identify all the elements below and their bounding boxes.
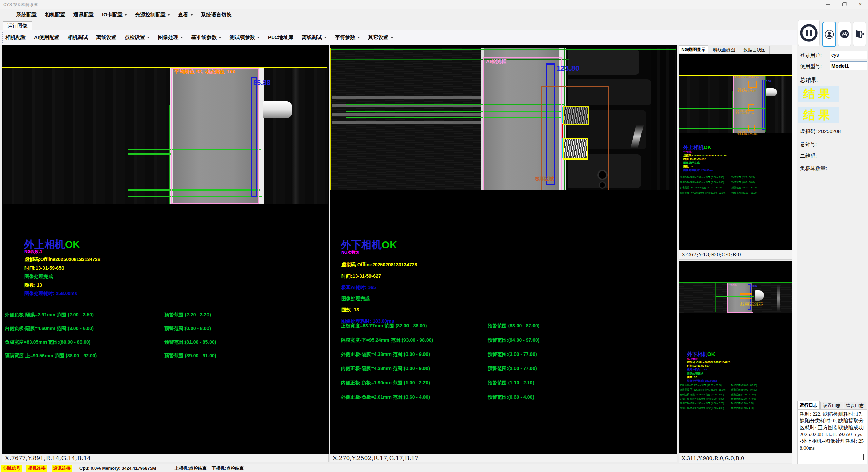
measurement-warn: 预警范围:(94.00 - 97.00) (488, 337, 540, 343)
toolbar-grip[interactable] (2, 32, 4, 43)
measurement-warn: 预警范围:(81.00 - 85.00) (164, 339, 216, 345)
guide-line (732, 91, 733, 133)
highlight-streak (777, 285, 780, 312)
tool-spot-check[interactable]: 点检设置 (125, 34, 150, 41)
ng-thumbnail-lower[interactable]: AI检测框 123.80 极耳 宽度:6.35 高度:7.07 极耳 宽度:6.… (679, 261, 792, 453)
tab-line-curve[interactable]: 料线曲线图 (709, 46, 739, 54)
measurement-warn: 预警范围:(94.00 - 97.00) (731, 388, 757, 392)
tool-offline-settings[interactable]: 离线设置 (96, 34, 116, 41)
guide-line-cyan (562, 138, 563, 158)
tool-camera-config[interactable]: 相机配置 (5, 34, 26, 41)
menu-language-switch[interactable]: 系统语言切换 (201, 12, 232, 18)
virtual-code-label: 虚拟码: 20250208 (800, 128, 841, 135)
defect-annotation: 宽度:1.775 高度:2.44 (737, 90, 756, 93)
model-input[interactable] (830, 61, 867, 70)
dropdown-caret-icon (167, 14, 170, 16)
measurement-warn: 预警范围:(2.20 - 3.20) (164, 312, 211, 318)
tab-error-log[interactable]: 错误日志 (844, 402, 866, 410)
menu-light-control-config[interactable]: 光源控制配置 (135, 12, 170, 18)
menu-system-config[interactable]: 系统配置 (16, 12, 37, 18)
tool-test-params[interactable]: 测试项参数 (230, 34, 260, 41)
process-done: 图像处理完成 (683, 161, 700, 165)
tool-image-processing[interactable]: 图像处理 (158, 34, 183, 41)
ng-thumb-image: 平均阈值:93, 动态阈值:100 85.88 飞边 面积:1.226 宽度:1… (679, 75, 792, 133)
tab-run-image[interactable]: 运行图像 (3, 21, 32, 30)
ng-column: NG截图显示 料线曲线图 数据曲线图 平均阈值:93, 动态阈值:100 85.… (679, 45, 792, 464)
login-user-label: 登录用户: (800, 52, 822, 59)
run-log-text[interactable]: 耗时: 222, 缺陷检测耗时: 17, 缺陷分类耗时: 0, 缺陷提取分区耗时… (797, 409, 867, 464)
tool-char-params[interactable]: 字符参数 (335, 34, 360, 41)
menu-view[interactable]: 查看 (178, 12, 193, 18)
measurement-warn: 预警范围:(1.10 - 2.10) (731, 402, 754, 405)
camera-name: 外下相机 (687, 351, 707, 357)
measurement-warn: 预警范围:(2.20 - 3.20) (731, 176, 755, 179)
guide-line-red (562, 124, 563, 138)
measure-box (762, 80, 765, 130)
comm-connection-status: 通讯连接 (52, 465, 72, 472)
tool-offline-debug[interactable]: 离线调试 (302, 34, 327, 41)
lower-camera-image: AI检测框 123.80 极耳区域 (330, 48, 676, 190)
user-button[interactable] (822, 22, 836, 47)
tool-baseline-params[interactable]: 基准线参数 (191, 34, 221, 41)
virtual-code: 虚拟码:Offline20250208133134728 (683, 153, 727, 157)
tab-run-log[interactable]: 运行日志 (797, 401, 820, 409)
measurement-row: 隔膜宽度-上=90.56mm 范围:(88.00 - 92.00) (680, 191, 725, 195)
guide-line-yellow (330, 48, 331, 190)
measurement-row: 外侧正极-负极=2.61mm 范围:(0.60 - 4.00) (341, 394, 430, 400)
guide-line (3, 67, 3, 204)
ai-elapsed: 极耳AI耗时: 165 (687, 368, 707, 371)
measurement-row: 内侧负极-隔膜=4.60mm 范围:(3.00 - 6.00) (680, 181, 724, 184)
pixel-coordinate-bar: X:7677;Y:891;R:14;G:14;B:14 (2, 454, 329, 462)
pause-button[interactable] (798, 20, 820, 46)
tool-plc-address[interactable]: PLC地址库 (268, 34, 293, 41)
total-result-label: 总结果: (800, 77, 818, 84)
process-done: 图像处理完成 (24, 274, 53, 280)
measurement-warn: 预警范围:(0.60 - 4.00) (731, 406, 754, 410)
ng-thumbnail-upper[interactable]: 平均阈值:93, 动态阈值:100 85.88 飞边 面积:1.226 宽度:1… (679, 54, 792, 250)
measurement-row: 外侧正极-隔膜=4.38mm 范围:(0.00 - 9.00) (680, 393, 724, 396)
restore-button[interactable] (837, 0, 850, 9)
guide-line (448, 48, 448, 190)
process-elapsed: 图像处理耗时: 183.00ms (687, 379, 717, 383)
guide-line-yellow (2, 67, 327, 68)
lower-camera-panel[interactable]: AI检测框 123.80 极耳区域 外下相机OK NG次数:0 虚拟码:Offl… (330, 45, 677, 462)
measurement-row: 内侧正极-隔膜=4.38mm 范围:(0.00 - 9.00) (680, 397, 724, 401)
image-texture (291, 67, 300, 204)
tab-detect-box (563, 106, 589, 125)
measurement-warn: 预警范围:(1.10 - 2.10) (488, 380, 534, 386)
process-elapsed: 图像处理耗时: 258.00ms (24, 291, 77, 297)
measurement-warn: 预警范围:(2.00 - 77.00) (731, 397, 756, 401)
camera-result: OK (382, 239, 397, 250)
dropdown-caret-icon (147, 37, 150, 38)
close-icon: × (858, 1, 862, 8)
exit-button[interactable] (853, 22, 866, 46)
measurement-warn: 预警范围:(0.00 - 8.00) (164, 326, 211, 332)
tool-ai-config[interactable]: AI使用配置 (34, 34, 59, 41)
dropdown-caret-icon (190, 14, 193, 16)
dropdown-caret-icon (257, 37, 260, 38)
guide-line (128, 153, 171, 155)
menu-comm-config[interactable]: 通讯配置 (73, 12, 94, 18)
tab-data-curve[interactable]: 数据曲线图 (740, 46, 770, 54)
login-user-input[interactable] (830, 51, 867, 59)
close-button[interactable]: × (854, 0, 867, 9)
tab-settings-log[interactable]: 设置日志 (820, 402, 843, 410)
users-group-button[interactable] (838, 22, 851, 46)
tool-other-settings[interactable]: 其它设置 (368, 34, 393, 41)
pause-icon (799, 23, 818, 42)
menu-io-card-config[interactable]: IO卡配置 (102, 12, 127, 18)
upper-camera-panel[interactable]: 平均阈值:93, 动态阈值:100 85.88 外上相机OK NG次数:1 虚拟… (2, 45, 329, 462)
minimize-button[interactable] (821, 0, 834, 9)
user-icon (824, 29, 834, 39)
tab-ng-display[interactable]: NG截图显示 (679, 45, 708, 53)
negative-tab-count-label: 负极耳数量: (800, 165, 827, 172)
tab-region-label: 极耳区域 (535, 176, 554, 182)
result-badge-lower: 结果 (798, 107, 839, 123)
measurement-warn: 预警范围:(0.60 - 4.00) (488, 394, 534, 400)
measurement-warn: 预警范围:(89.00 - 91.00) (731, 191, 757, 195)
tool-camera-debug[interactable]: 相机调试 (68, 34, 88, 41)
measurement-row: 外侧正极-隔膜=4.38mm 范围:(0.00 - 9.00) (341, 351, 430, 358)
ai-detect-label: AI检测框 (728, 283, 737, 286)
ng-count: NG次数:1 (683, 150, 693, 153)
menu-camera-config[interactable]: 相机配置 (45, 12, 65, 18)
